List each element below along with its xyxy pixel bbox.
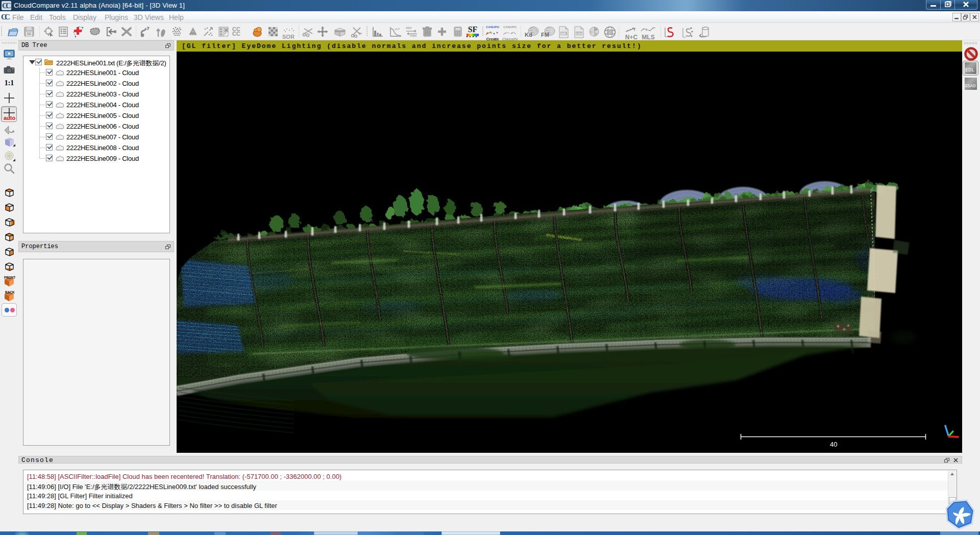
svg-text:40: 40 [830,441,837,448]
svg-text:FRONT: FRONT [4,276,15,279]
svg-text:max: max [410,34,417,37]
svg-text:GIF: GIF [561,32,566,35]
svg-text:BACK: BACK [5,290,15,294]
svg-text:CSV: CSV [576,32,582,35]
svg-text:C: C [6,2,11,10]
svg-text:μ,σ: μ,σ [395,27,400,31]
svg-text:min: min [406,26,411,30]
svg-text:C: C [5,13,10,21]
